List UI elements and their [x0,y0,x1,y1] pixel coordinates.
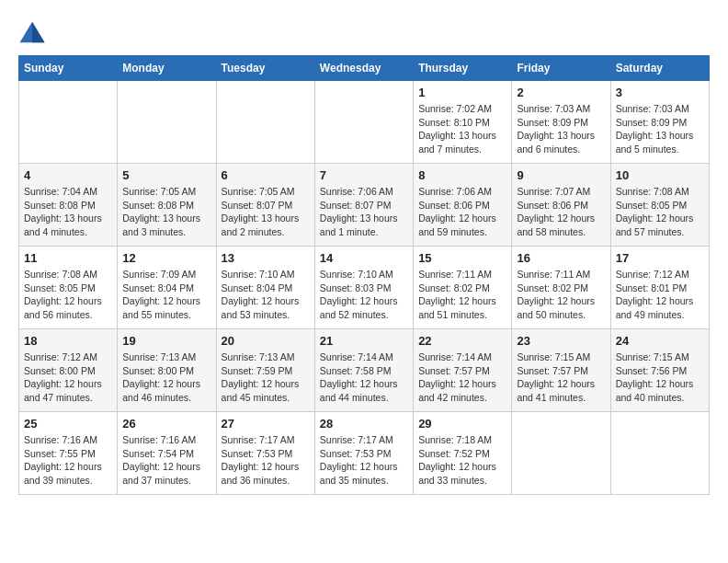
day-number: 12 [122,251,210,265]
day-number: 23 [517,334,605,348]
day-info: Sunrise: 7:16 AM Sunset: 7:54 PM Dayligh… [122,433,210,488]
day-info: Sunrise: 7:15 AM Sunset: 7:56 PM Dayligh… [616,350,704,405]
day-number: 16 [517,251,605,265]
day-number: 4 [24,168,112,182]
calendar-day-cell [512,412,610,495]
calendar-day-cell: 19Sunrise: 7:13 AM Sunset: 8:00 PM Dayli… [118,329,216,412]
calendar-day-cell: 23Sunrise: 7:15 AM Sunset: 7:57 PM Dayli… [512,329,610,412]
calendar-day-cell: 3Sunrise: 7:03 AM Sunset: 8:09 PM Daylig… [610,81,709,164]
calendar-week-row: 11Sunrise: 7:08 AM Sunset: 8:05 PM Dayli… [19,247,710,329]
day-info: Sunrise: 7:10 AM Sunset: 8:04 PM Dayligh… [222,268,310,322]
calendar-week-row: 18Sunrise: 7:12 AM Sunset: 8:00 PM Dayli… [19,329,710,412]
calendar-day-cell: 4Sunrise: 7:04 AM Sunset: 8:08 PM Daylig… [19,164,118,247]
day-info: Sunrise: 7:06 AM Sunset: 8:07 PM Dayligh… [320,185,408,239]
calendar-day-cell [19,81,118,164]
day-number: 11 [24,251,112,265]
day-number: 2 [517,86,605,99]
calendar-day-cell: 29Sunrise: 7:18 AM Sunset: 7:52 PM Dayli… [414,412,512,495]
calendar-day-cell [216,81,314,164]
day-number: 28 [320,417,408,431]
calendar-day-cell: 1Sunrise: 7:02 AM Sunset: 8:10 PM Daylig… [414,81,512,164]
calendar-day-cell: 9Sunrise: 7:07 AM Sunset: 8:06 PM Daylig… [512,164,610,247]
day-info: Sunrise: 7:14 AM Sunset: 7:58 PM Dayligh… [320,350,408,405]
day-number: 14 [320,251,408,265]
weekday-header-row: SundayMondayTuesdayWednesdayThursdayFrid… [19,56,710,81]
day-number: 3 [616,86,704,99]
weekday-header-cell: Friday [512,56,610,81]
page-header [18,18,710,46]
day-info: Sunrise: 7:12 AM Sunset: 8:00 PM Dayligh… [24,350,112,405]
calendar-day-cell: 18Sunrise: 7:12 AM Sunset: 8:00 PM Dayli… [19,329,118,412]
day-number: 8 [418,168,506,182]
logo-icon [18,18,46,46]
day-info: Sunrise: 7:16 AM Sunset: 7:55 PM Dayligh… [24,433,112,488]
day-number: 29 [418,417,506,431]
weekday-header-cell: Sunday [19,56,118,81]
calendar-day-cell [314,81,413,164]
day-info: Sunrise: 7:08 AM Sunset: 8:05 PM Dayligh… [616,185,704,239]
calendar-day-cell: 28Sunrise: 7:17 AM Sunset: 7:53 PM Dayli… [314,412,413,495]
calendar-day-cell: 17Sunrise: 7:12 AM Sunset: 8:01 PM Dayli… [610,247,709,329]
calendar-day-cell: 8Sunrise: 7:06 AM Sunset: 8:06 PM Daylig… [414,164,512,247]
calendar-day-cell: 25Sunrise: 7:16 AM Sunset: 7:55 PM Dayli… [19,412,118,495]
day-info: Sunrise: 7:02 AM Sunset: 8:10 PM Dayligh… [418,102,506,156]
day-number: 13 [222,251,310,265]
day-info: Sunrise: 7:04 AM Sunset: 8:08 PM Dayligh… [24,185,112,239]
calendar-day-cell: 16Sunrise: 7:11 AM Sunset: 8:02 PM Dayli… [512,247,610,329]
day-number: 27 [222,417,310,431]
day-number: 5 [122,168,210,182]
day-info: Sunrise: 7:15 AM Sunset: 7:57 PM Dayligh… [517,350,605,405]
day-info: Sunrise: 7:11 AM Sunset: 8:02 PM Dayligh… [418,268,506,322]
logo [18,18,50,46]
day-number: 20 [222,334,310,348]
weekday-header-cell: Monday [118,56,216,81]
calendar-day-cell: 12Sunrise: 7:09 AM Sunset: 8:04 PM Dayli… [118,247,216,329]
day-number: 24 [616,334,704,348]
day-number: 18 [24,334,112,348]
day-info: Sunrise: 7:08 AM Sunset: 8:05 PM Dayligh… [24,268,112,322]
day-number: 6 [222,168,310,182]
day-info: Sunrise: 7:13 AM Sunset: 8:00 PM Dayligh… [122,350,210,405]
weekday-header-cell: Thursday [414,56,512,81]
day-number: 21 [320,334,408,348]
svg-marker-1 [32,22,45,43]
day-info: Sunrise: 7:03 AM Sunset: 8:09 PM Dayligh… [517,102,605,156]
day-number: 15 [418,251,506,265]
calendar-day-cell: 22Sunrise: 7:14 AM Sunset: 7:57 PM Dayli… [414,329,512,412]
day-number: 10 [616,168,704,182]
day-info: Sunrise: 7:17 AM Sunset: 7:53 PM Dayligh… [320,433,408,488]
calendar-day-cell: 5Sunrise: 7:05 AM Sunset: 8:08 PM Daylig… [118,164,216,247]
calendar-week-row: 25Sunrise: 7:16 AM Sunset: 7:55 PM Dayli… [19,412,710,495]
calendar-day-cell: 10Sunrise: 7:08 AM Sunset: 8:05 PM Dayli… [610,164,709,247]
calendar-day-cell: 6Sunrise: 7:05 AM Sunset: 8:07 PM Daylig… [216,164,314,247]
day-info: Sunrise: 7:06 AM Sunset: 8:06 PM Dayligh… [418,185,506,239]
day-info: Sunrise: 7:18 AM Sunset: 7:52 PM Dayligh… [418,433,506,488]
calendar-day-cell: 24Sunrise: 7:15 AM Sunset: 7:56 PM Dayli… [610,329,709,412]
day-info: Sunrise: 7:11 AM Sunset: 8:02 PM Dayligh… [517,268,605,322]
day-number: 26 [122,417,210,431]
calendar-week-row: 4Sunrise: 7:04 AM Sunset: 8:08 PM Daylig… [19,164,710,247]
calendar-week-row: 1Sunrise: 7:02 AM Sunset: 8:10 PM Daylig… [19,81,710,164]
day-info: Sunrise: 7:10 AM Sunset: 8:03 PM Dayligh… [320,268,408,322]
day-number: 22 [418,334,506,348]
day-info: Sunrise: 7:17 AM Sunset: 7:53 PM Dayligh… [222,433,310,488]
day-number: 7 [320,168,408,182]
calendar-day-cell: 27Sunrise: 7:17 AM Sunset: 7:53 PM Dayli… [216,412,314,495]
calendar-day-cell [118,81,216,164]
calendar-day-cell: 20Sunrise: 7:13 AM Sunset: 7:59 PM Dayli… [216,329,314,412]
day-info: Sunrise: 7:13 AM Sunset: 7:59 PM Dayligh… [222,350,310,405]
day-info: Sunrise: 7:07 AM Sunset: 8:06 PM Dayligh… [517,185,605,239]
day-number: 9 [517,168,605,182]
calendar-day-cell: 26Sunrise: 7:16 AM Sunset: 7:54 PM Dayli… [118,412,216,495]
weekday-header-cell: Saturday [610,56,709,81]
calendar-day-cell: 13Sunrise: 7:10 AM Sunset: 8:04 PM Dayli… [216,247,314,329]
day-info: Sunrise: 7:12 AM Sunset: 8:01 PM Dayligh… [616,268,704,322]
calendar-day-cell: 11Sunrise: 7:08 AM Sunset: 8:05 PM Dayli… [19,247,118,329]
calendar-table: SundayMondayTuesdayWednesdayThursdayFrid… [18,55,710,495]
day-number: 25 [24,417,112,431]
calendar-day-cell: 15Sunrise: 7:11 AM Sunset: 8:02 PM Dayli… [414,247,512,329]
calendar-day-cell: 21Sunrise: 7:14 AM Sunset: 7:58 PM Dayli… [314,329,413,412]
calendar-day-cell: 7Sunrise: 7:06 AM Sunset: 8:07 PM Daylig… [314,164,413,247]
day-info: Sunrise: 7:05 AM Sunset: 8:07 PM Dayligh… [222,185,310,239]
day-info: Sunrise: 7:09 AM Sunset: 8:04 PM Dayligh… [122,268,210,322]
